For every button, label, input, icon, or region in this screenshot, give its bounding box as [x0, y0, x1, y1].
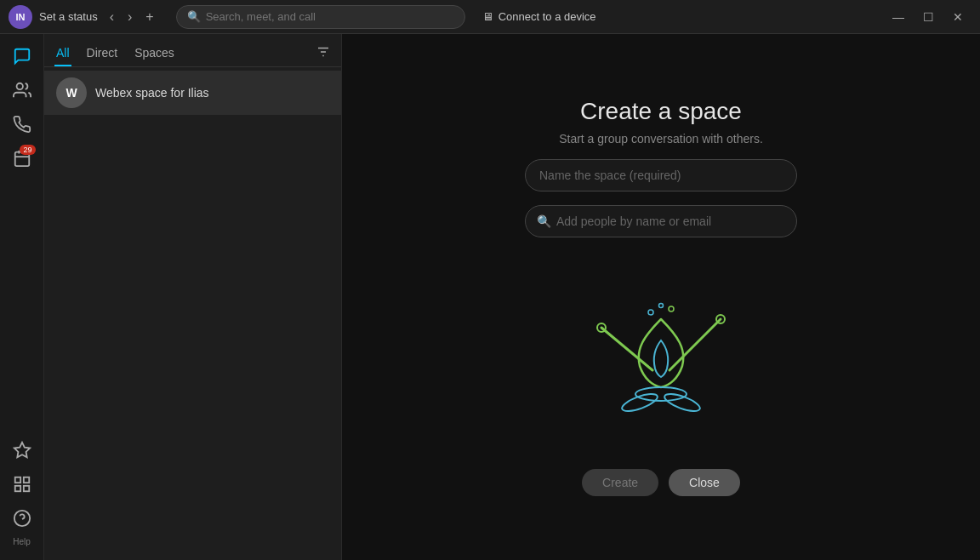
close-button[interactable]: Close [669, 469, 740, 496]
search-bar[interactable]: 🔍 [176, 5, 465, 29]
create-space-subtitle: Start a group conversation with others. [559, 132, 763, 146]
status-label[interactable]: Set a status [39, 10, 98, 23]
nav-back-button[interactable]: ‹ [105, 8, 119, 26]
nav-forward-button[interactable]: › [122, 8, 137, 26]
screen-icon: 🖥 [482, 10, 493, 23]
svg-point-23 [659, 304, 664, 308]
list-item[interactable]: W Webex space for Ilias [44, 71, 341, 115]
svg-point-19 [620, 391, 659, 414]
svg-point-0 [16, 83, 22, 89]
sidebar-item-messaging[interactable] [7, 41, 37, 71]
help-label: Help [13, 537, 31, 546]
panel-tabs: All Direct Spaces [44, 34, 341, 67]
search-people-icon: 🔍 [537, 214, 551, 228]
window-controls: — ☐ ✕ [884, 7, 971, 27]
svg-line-14 [601, 328, 652, 370]
svg-point-20 [663, 391, 702, 414]
minimize-button[interactable]: — [884, 7, 913, 27]
sidebar-item-help[interactable] [7, 503, 37, 534]
user-avatar[interactable]: IN [9, 5, 32, 29]
sidebar-item-apps[interactable] [7, 469, 37, 500]
panel: All Direct Spaces W Webex space for Ilia… [44, 34, 342, 560]
calendar-badge: 29 [20, 145, 35, 155]
create-space-title: Create a space [580, 98, 742, 125]
app-body: 29 Help [0, 34, 980, 560]
tab-direct[interactable]: Direct [85, 41, 120, 66]
create-space-dialog: Create a space Start a group conversatio… [491, 98, 831, 496]
create-button[interactable]: Create [582, 469, 658, 496]
item-name: Webex space for Ilias [95, 86, 209, 100]
sidebar-item-calls[interactable] [7, 109, 37, 140]
svg-point-18 [635, 387, 687, 401]
filter-icon[interactable] [316, 44, 331, 63]
action-buttons: Create Close [582, 469, 740, 496]
main-content: Create a space Start a group conversatio… [342, 34, 980, 560]
title-bar: IN Set a status ‹ › + 🔍 🖥 Connect to a d… [0, 0, 980, 34]
svg-line-15 [669, 319, 721, 370]
sidebar-bottom: Help [7, 435, 37, 553]
svg-rect-6 [23, 477, 28, 483]
svg-rect-7 [14, 486, 20, 491]
tab-spaces[interactable]: Spaces [133, 41, 176, 66]
space-name-input[interactable] [525, 159, 797, 191]
tab-all[interactable]: All [54, 41, 71, 66]
sidebar-item-calendar[interactable]: 29 [7, 143, 37, 174]
search-icon: 🔍 [187, 10, 201, 23]
add-people-wrapper: 🔍 [525, 205, 797, 237]
nav-add-button[interactable]: + [140, 8, 158, 26]
svg-point-22 [669, 306, 674, 311]
panel-list: W Webex space for Ilias [44, 67, 341, 560]
maximize-button[interactable]: ☐ [914, 7, 943, 27]
add-people-input[interactable] [525, 205, 797, 237]
search-input[interactable] [206, 10, 454, 23]
sidebar: 29 Help [0, 34, 44, 560]
nav-controls: ‹ › + [105, 8, 159, 26]
campfire-illustration [567, 260, 755, 447]
svg-rect-5 [14, 477, 20, 483]
sidebar-item-teams[interactable] [7, 75, 37, 106]
svg-point-21 [648, 310, 653, 315]
close-button[interactable]: ✕ [944, 7, 971, 27]
connect-device-button[interactable]: 🖥 Connect to a device [482, 10, 596, 23]
avatar: W [56, 77, 87, 108]
svg-rect-8 [23, 486, 28, 491]
sidebar-item-rewards[interactable] [7, 435, 37, 466]
